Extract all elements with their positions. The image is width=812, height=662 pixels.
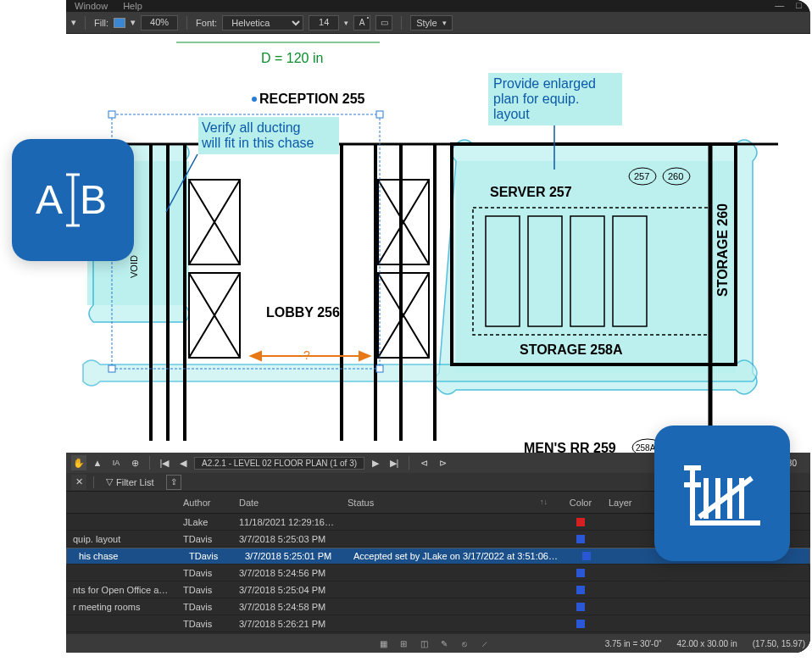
formatting-toolbar: ▾ Fill: ▾ 40% Font: Helvetica 14 ▾ A• ▭ … bbox=[66, 12, 810, 34]
prev-view-button[interactable]: ⊲ bbox=[416, 455, 431, 470]
minimize-button[interactable]: — bbox=[775, 0, 784, 10]
label-lobby: LOBBY 256 bbox=[266, 305, 340, 320]
text-color-button[interactable]: A• bbox=[353, 15, 370, 31]
table-row[interactable]: nts for Open Office areas?TDavis3/7/2018… bbox=[66, 581, 810, 598]
last-page-button[interactable]: ▶| bbox=[387, 455, 402, 470]
font-label: Font: bbox=[196, 18, 217, 28]
maximize-button[interactable]: □ bbox=[796, 0, 802, 10]
tag-258a: 258A bbox=[636, 443, 656, 453]
toolbar-dropdown-icon[interactable]: ▾ bbox=[71, 17, 76, 28]
fill-label: Fill: bbox=[94, 18, 108, 28]
text-select-button[interactable]: IA bbox=[108, 455, 124, 470]
label-void: VOID bbox=[129, 255, 139, 278]
link-icon[interactable]: ⎋ bbox=[458, 637, 471, 650]
pan-tool-button[interactable]: ✋ bbox=[71, 455, 86, 470]
highlight-button[interactable]: ▭ bbox=[375, 15, 392, 31]
opacity-select[interactable]: 40% bbox=[141, 15, 178, 31]
label-mens-rr: MEN'S RR 259 bbox=[524, 441, 616, 453]
sort-icon[interactable]: ↑↓ bbox=[540, 498, 548, 508]
filter-icon: ▽ bbox=[106, 476, 113, 487]
text-tool-overlay-icon: A B bbox=[12, 139, 134, 261]
col-author[interactable]: Author bbox=[176, 498, 232, 508]
menu-help[interactable]: Help bbox=[123, 1, 142, 11]
svg-rect-14 bbox=[376, 111, 383, 118]
document-title-tab[interactable]: A2.2.1 - LEVEL 02 FLOOR PLAN (1 of 3) bbox=[194, 457, 364, 470]
col-date[interactable]: Date bbox=[232, 498, 341, 508]
drawing-canvas[interactable]: D = 120 in ? Verify all ductingwill fit … bbox=[66, 34, 810, 453]
next-view-button[interactable]: ⊳ bbox=[435, 455, 450, 470]
label-storage-260: STORAGE 260 bbox=[715, 203, 730, 297]
fill-dropdown-icon[interactable]: ▾ bbox=[131, 17, 136, 28]
dimension-unknown: ? bbox=[303, 348, 310, 362]
svg-point-25 bbox=[252, 97, 257, 102]
menu-window[interactable]: Window bbox=[75, 1, 108, 11]
svg-rect-16 bbox=[376, 365, 383, 372]
grid-icon[interactable]: ▦ bbox=[376, 637, 390, 650]
crop-icon[interactable]: ◫ bbox=[417, 637, 431, 650]
status-scale: 3.75 in = 30'-0" bbox=[605, 639, 662, 648]
fontsize-dropdown-icon[interactable]: ▾ bbox=[344, 19, 348, 27]
close-panel-button[interactable]: ✕ bbox=[71, 475, 86, 490]
svg-marker-19 bbox=[251, 352, 261, 360]
first-page-button[interactable]: |◀ bbox=[157, 455, 172, 470]
export-button[interactable]: ⇪ bbox=[166, 475, 181, 490]
label-reception: RECEPTION 255 bbox=[259, 92, 365, 106]
status-page-dim: 42.00 x 30.00 in bbox=[677, 639, 737, 648]
style-select[interactable]: Style▾ bbox=[410, 15, 452, 31]
svg-rect-15 bbox=[108, 365, 115, 372]
filter-list-button[interactable]: ▽ Filter List bbox=[101, 475, 159, 489]
tag-257: 257 bbox=[634, 171, 649, 181]
font-family-select[interactable]: Helvetica bbox=[222, 15, 303, 31]
table-row[interactable]: TDavis3/7/2018 5:26:21 PM bbox=[66, 615, 810, 632]
col-color[interactable]: Color bbox=[559, 498, 602, 508]
pencil-icon[interactable]: ✎ bbox=[437, 637, 451, 650]
next-page-button[interactable]: ▶ bbox=[368, 455, 383, 470]
snap-icon[interactable]: ⊞ bbox=[397, 637, 410, 650]
prev-page-button[interactable]: ◀ bbox=[175, 455, 191, 470]
zoom-tool-button[interactable]: ⊕ bbox=[127, 455, 142, 470]
svg-text:B: B bbox=[80, 177, 107, 222]
fill-color-swatch[interactable] bbox=[114, 18, 125, 28]
status-coords: (17.50, 15.97) bbox=[753, 639, 805, 648]
col-layer[interactable]: Layer bbox=[602, 498, 653, 508]
menu-bar: Window Help — □ bbox=[66, 0, 810, 12]
status-bar: ▦ ⊞ ◫ ✎ ⎋ ⟋ 3.75 in = 30'-0" 42.00 x 30.… bbox=[66, 634, 810, 653]
select-tool-button[interactable]: ▲ bbox=[90, 455, 105, 470]
table-row[interactable]: r meeting roomsTDavis3/7/2018 5:24:58 PM bbox=[66, 598, 810, 615]
ruler-icon[interactable]: ⟋ bbox=[478, 637, 492, 650]
svg-marker-20 bbox=[359, 352, 370, 360]
note-ducting[interactable]: Verify all ductingwill fit in this chase bbox=[201, 120, 314, 150]
font-size-select[interactable]: 14 bbox=[309, 15, 339, 31]
tag-260: 260 bbox=[668, 171, 683, 181]
count-tool-overlay-icon bbox=[654, 426, 790, 561]
svg-rect-13 bbox=[108, 111, 115, 118]
svg-text:A: A bbox=[36, 177, 63, 222]
col-status[interactable]: Status↑↓ bbox=[341, 498, 559, 508]
label-storage-258a: STORAGE 258A bbox=[520, 342, 623, 357]
dimension-d: D = 120 in bbox=[261, 51, 323, 65]
label-server: SERVER 257 bbox=[490, 185, 572, 199]
table-row[interactable]: TDavis3/7/2018 5:24:56 PM bbox=[66, 565, 810, 581]
